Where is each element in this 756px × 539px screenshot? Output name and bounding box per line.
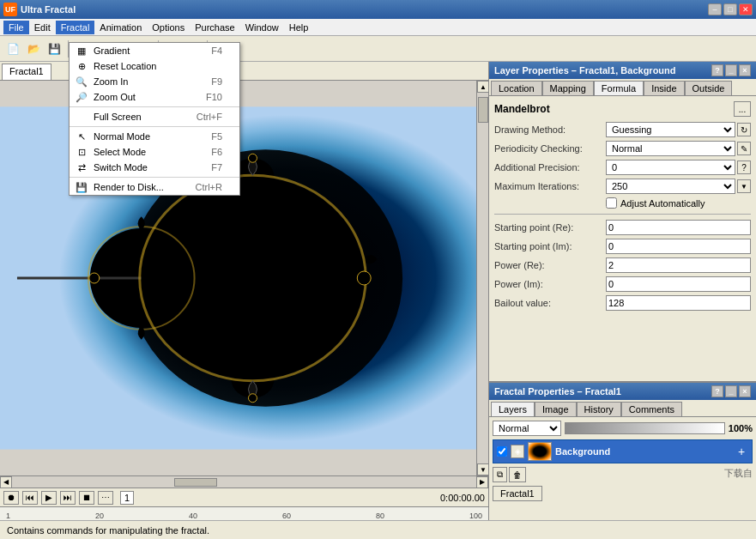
drawing-method-control: Guessing ↻	[606, 122, 751, 137]
menu-separator-2	[70, 126, 239, 127]
fractal-panel-close-button[interactable]: ×	[739, 385, 751, 397]
minimize-button[interactable]: –	[708, 3, 722, 15]
layer-delete-button[interactable]: 🗑	[509, 467, 526, 482]
vertical-scrollbar[interactable]: ▲ ▼	[476, 81, 488, 475]
timeline-settings-button[interactable]: ⋯	[98, 491, 113, 505]
right-panel: Layer Properties – Fractal1, Background …	[489, 62, 756, 520]
menu-window[interactable]: Window	[240, 21, 284, 34]
start-im-input[interactable]	[606, 239, 751, 254]
menu-zoom-in[interactable]: 🔍 Zoom In F9	[70, 74, 239, 89]
tab-history[interactable]: History	[577, 402, 621, 416]
power-im-input[interactable]	[606, 276, 751, 292]
ruler: 1 20 40 60 80 100	[0, 506, 488, 520]
add-layer-button[interactable]: +	[735, 445, 748, 458]
title-bar: UF Ultra Fractal – □ ✕	[0, 0, 756, 19]
panel-help-button[interactable]: ?	[711, 64, 723, 76]
menu-fractal[interactable]: Fractal	[56, 21, 95, 34]
new-button[interactable]: 📄	[3, 39, 22, 58]
gradient-icon: ▦	[75, 45, 88, 57]
scroll-down-button[interactable]: ▼	[477, 463, 489, 475]
next-frame-button[interactable]: ⏭	[60, 491, 76, 505]
power-re-label: Power (Re):	[494, 260, 606, 270]
fractal-dropdown-menu: ▦ Gradient F4 ⊕ Reset Location 🔍 Zoom In…	[69, 42, 240, 196]
bailout-input[interactable]	[606, 295, 751, 311]
blend-mode-select[interactable]: Normal	[493, 421, 561, 436]
start-re-input[interactable]	[606, 220, 751, 235]
scroll-left-button[interactable]: ◀	[0, 476, 12, 488]
periodicity-select[interactable]: Normal	[606, 141, 735, 156]
menu-gradient[interactable]: ▦ Gradient F4	[70, 43, 239, 58]
close-button[interactable]: ✕	[739, 3, 753, 15]
max-iterations-select[interactable]: 250	[606, 179, 735, 194]
fractal-tab-1[interactable]: Fractal1	[2, 64, 51, 80]
status-bar: Contains commands for manipulating the f…	[0, 520, 756, 539]
formula-browse-button[interactable]: ...	[734, 101, 751, 117]
play-button[interactable]: ▶	[41, 491, 57, 505]
fractal-panel-minimize-button[interactable]: _	[725, 385, 737, 397]
menu-zoom-out[interactable]: 🔎 Zoom Out F10	[70, 89, 239, 105]
menu-purchase[interactable]: Purchase	[190, 21, 239, 34]
menu-render-to-disk[interactable]: 💾 Render to Disk... Ctrl+R	[70, 179, 239, 195]
adjust-auto-checkbox[interactable]	[606, 197, 617, 209]
precision-row: Additional Precision: 0 ?	[494, 160, 751, 175]
opacity-slider[interactable]	[565, 422, 725, 434]
layer-duplicate-button[interactable]: ⧉	[493, 467, 507, 482]
fractal1-tab[interactable]: Fractal1	[493, 486, 542, 501]
fractal-properties-panel: Fractal Properties – Fractal1 ? _ × Laye…	[489, 383, 756, 520]
precision-select[interactable]: 0	[606, 160, 735, 175]
tab-layers[interactable]: Layers	[491, 402, 535, 416]
power-im-row: Power (Im):	[494, 276, 751, 292]
layer-visible-checkbox[interactable]	[497, 446, 507, 457]
h-scroll-thumb[interactable]	[174, 478, 217, 487]
tab-mapping[interactable]: Mapping	[542, 81, 594, 95]
periodicity-refresh[interactable]: ✎	[737, 142, 751, 155]
open-button[interactable]: 📂	[24, 39, 43, 58]
scroll-up-button[interactable]: ▲	[477, 81, 489, 93]
menu-animation[interactable]: Animation	[94, 21, 147, 34]
menu-full-screen[interactable]: Full Screen Ctrl+F	[70, 109, 239, 124]
window-controls[interactable]: – □ ✕	[708, 3, 753, 15]
record-button[interactable]: ⏺	[3, 491, 19, 505]
layer-properties-header: Layer Properties – Fractal1, Background …	[489, 62, 756, 79]
bailout-row: Bailout value:	[494, 295, 751, 311]
layer-item-background[interactable]: ◈ Background +	[493, 439, 753, 463]
menu-reset-location[interactable]: ⊕ Reset Location	[70, 58, 239, 74]
max-iterations-arrow[interactable]: ▼	[737, 179, 751, 193]
precision-help[interactable]: ?	[737, 160, 751, 174]
menu-separator-1	[70, 106, 239, 107]
tab-comments[interactable]: Comments	[621, 402, 682, 416]
menu-normal-mode[interactable]: ↖ Normal Mode F5	[70, 129, 239, 144]
fractal-panel-help-button[interactable]: ?	[711, 385, 723, 397]
scroll-track	[477, 93, 488, 463]
formula-content: Mandelbrot ... Drawing Method: Guessing …	[489, 96, 756, 319]
tab-image[interactable]: Image	[535, 402, 577, 416]
scroll-right-button[interactable]: ▶	[476, 476, 488, 488]
prev-frame-button[interactable]: ⏮	[22, 491, 38, 505]
scroll-thumb[interactable]	[478, 97, 488, 123]
tab-inside[interactable]: Inside	[644, 81, 684, 95]
panel-minimize-button[interactable]: _	[725, 64, 737, 76]
save-button[interactable]: 💾	[45, 39, 64, 58]
stop-button[interactable]: ⏹	[79, 491, 94, 505]
menu-select-mode[interactable]: ⊡ Select Mode F6	[70, 144, 239, 160]
menu-edit[interactable]: Edit	[29, 21, 56, 34]
drawing-method-select[interactable]: Guessing	[606, 122, 735, 137]
tab-formula[interactable]: Formula	[594, 81, 644, 95]
formula-title: Mandelbrot ...	[494, 101, 751, 117]
horizontal-scrollbar[interactable]: ◀ ▶	[0, 475, 488, 488]
maximize-button[interactable]: □	[723, 3, 737, 15]
drawing-method-refresh[interactable]: ↻	[737, 123, 751, 136]
menu-switch-mode[interactable]: ⇄ Switch Mode F7	[70, 160, 239, 175]
frame-input[interactable]: 1	[120, 491, 134, 505]
periodicity-label: Periodicity Checking:	[494, 143, 606, 154]
app-title: Ultra Fractal	[21, 4, 76, 15]
menu-options[interactable]: Options	[147, 21, 190, 34]
tab-location[interactable]: Location	[491, 81, 542, 95]
layer-properties-title: Layer Properties – Fractal1, Background	[494, 65, 676, 76]
panel-close-button[interactable]: ×	[739, 64, 751, 76]
menu-file[interactable]: File	[3, 21, 29, 34]
tab-outside[interactable]: Outside	[685, 81, 733, 95]
power-re-input[interactable]	[606, 257, 751, 273]
reset-location-icon: ⊕	[75, 61, 88, 72]
menu-help[interactable]: Help	[284, 21, 314, 34]
